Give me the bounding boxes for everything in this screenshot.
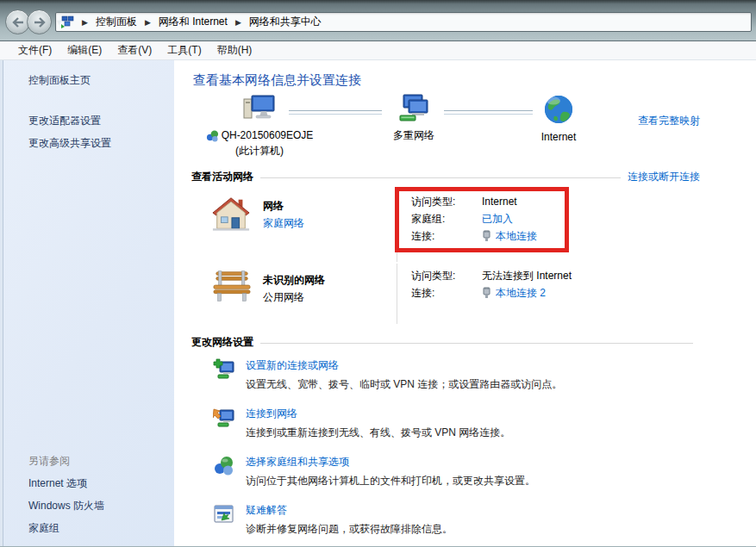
sidebar: 控制面板主页 更改适配器设置 更改高级共享设置 另请参阅 Internet 选项… (3, 60, 174, 546)
map-node-multiple-networks[interactable]: 多重网络 (362, 93, 465, 142)
computer-name: QH-20150609EOJE (222, 129, 314, 142)
home-network-icon[interactable] (211, 195, 251, 233)
see-also-group: 另请参阅 Internet 选项 Windows 防火墙 家庭组 (28, 450, 104, 539)
menu-edit[interactable]: 编辑(E) (59, 43, 109, 58)
sidebar-item-windows-firewall[interactable]: Windows 防火墙 (28, 494, 104, 517)
internet-label: Internet (507, 131, 610, 144)
detail-label: 连接: (411, 227, 482, 245)
internet-globe-icon (542, 93, 575, 126)
address-bar[interactable]: ▶ 控制面板 ▶ 网络和 Internet ▶ 网络和共享中心 (55, 12, 752, 32)
network-details: 访问类型: 无法连接到 Internet 连接: (397, 264, 700, 324)
breadcrumb-arrow: ▶ (229, 18, 247, 27)
breadcrumb-network-sharing-center[interactable]: 网络和共享中心 (247, 14, 323, 30)
public-network-bench-icon[interactable] (211, 269, 253, 303)
breadcrumb-control-panel[interactable]: 控制面板 (94, 14, 139, 30)
task-setup-new-connection: 设置新的连接或网络 设置无线、宽带、拨号、临时或 VPN 连接；或设置路由器或访… (213, 355, 700, 403)
local-connection-2-link[interactable]: 本地连接 2 (496, 284, 546, 301)
network-map: QH-20150609EOJE (此计算机) 多重网络 (191, 93, 700, 169)
see-also-header: 另请参阅 (28, 450, 104, 472)
map-node-this-computer[interactable]: QH-20150609EOJE (此计算机) (195, 93, 324, 158)
back-arrow-icon (12, 17, 24, 28)
computer-sub-label: (此计算机) (195, 145, 324, 158)
network-sharing-center-window: ▶ 控制面板 ▶ 网络和 Internet ▶ 网络和共享中心 ▼ 文件(F) … (0, 0, 756, 547)
home-network-profile-link[interactable]: 家庭网络 (263, 217, 304, 229)
network-details: 访问类型: Internet 家庭组: 已加入 连接: (397, 190, 700, 262)
active-networks-section-header: 查看活动网络 连接或断开连接 (191, 169, 700, 184)
main-panel: 查看基本网络信息并设置连接 (174, 60, 756, 546)
task-description: 设置无线、宽带、拨号、临时或 VPN 连接；或设置路由器或访问点。 (246, 377, 700, 391)
homegroup-mini-icon (206, 129, 219, 142)
task-description: 连接到或重新连接到无线、有线、拨号或 VPN 网络连接。 (246, 426, 700, 439)
sidebar-item-control-panel-home[interactable]: 控制面板主页 (28, 72, 167, 88)
homegroup-joined-link[interactable]: 已加入 (482, 210, 513, 227)
multiple-networks-icon (397, 93, 431, 124)
new-connection-icon (213, 358, 235, 383)
troubleshoot-icon (213, 503, 235, 528)
detail-label: 连接: (411, 284, 482, 301)
multiple-networks-label: 多重网络 (362, 129, 465, 142)
breadcrumb-network-internet[interactable]: 网络和 Internet (157, 14, 229, 30)
detail-label: 访问类型: (411, 267, 482, 284)
task-description: 诊断并修复网络问题，或获得故障排除信息。 (246, 522, 700, 536)
connect-to-network-icon (213, 407, 235, 432)
section-rule (260, 343, 693, 344)
section-rule (260, 177, 621, 178)
change-settings-section-header: 更改网络设置 (191, 334, 700, 350)
access-type-value: Internet (482, 193, 517, 210)
access-type-value: 无法连接到 Internet (482, 267, 572, 284)
menu-view[interactable]: 查看(V) (109, 43, 159, 58)
troubleshoot-link[interactable]: 疑难解答 (246, 503, 287, 517)
network-name: 网络 (263, 198, 397, 214)
sidebar-item-internet-options[interactable]: Internet 选项 (28, 472, 104, 494)
setup-new-connection-link[interactable]: 设置新的连接或网络 (246, 358, 339, 372)
page-title: 查看基本网络信息并设置连接 (193, 72, 700, 90)
task-troubleshoot: 疑难解答 诊断并修复网络问题，或获得故障排除信息。 (213, 500, 700, 547)
connect-to-network-link[interactable]: 连接到网络 (246, 407, 297, 420)
sidebar-item-homegroup[interactable]: 家庭组 (28, 517, 104, 539)
public-network-profile: 公用网络 (263, 288, 397, 307)
task-description: 访问位于其他网络计算机上的文件和打印机，或更改共享设置。 (246, 474, 700, 488)
recent-pages-dropdown-icon[interactable]: ▼ (55, 18, 63, 27)
settings-task-list: 设置新的连接或网络 设置无线、宽带、拨号、临时或 VPN 连接；或设置路由器或访… (213, 355, 700, 547)
homegroup-spheres-icon (213, 455, 235, 480)
task-connect-to-network: 连接到网络 连接到或重新连接到无线、有线、拨号或 VPN 网络连接。 (213, 403, 700, 451)
menu-tools[interactable]: 工具(T) (159, 43, 209, 58)
title-navigation-bar: ▶ 控制面板 ▶ 网络和 Internet ▶ 网络和共享中心 ▼ (0, 0, 756, 40)
sidebar-item-change-adapter-settings[interactable]: 更改适配器设置 (28, 113, 167, 128)
menu-help[interactable]: 帮助(H) (209, 43, 260, 58)
network-name: 未识别的网络 (263, 272, 397, 288)
forward-arrow-icon (34, 17, 46, 28)
change-settings-title: 更改网络设置 (191, 335, 253, 350)
local-connection-link[interactable]: 本地连接 (496, 227, 537, 245)
ethernet-plug-icon (482, 287, 491, 299)
homegroup-sharing-options-link[interactable]: 选择家庭组和共享选项 (246, 455, 349, 469)
task-homegroup-sharing-options: 选择家庭组和共享选项 访问位于其他网络计算机上的文件和打印机，或更改共享设置。 (213, 451, 700, 500)
connect-disconnect-link[interactable]: 连接或断开连接 (628, 170, 700, 184)
view-full-map-link[interactable]: 查看完整映射 (638, 114, 700, 128)
menu-bar: 文件(F) 编辑(E) 查看(V) 工具(T) 帮助(H) (0, 40, 756, 60)
active-networks-title: 查看活动网络 (191, 170, 253, 184)
sidebar-item-change-advanced-sharing[interactable]: 更改高级共享设置 (28, 135, 167, 151)
menu-file[interactable]: 文件(F) (10, 43, 59, 58)
breadcrumb-arrow: ▶ (139, 18, 157, 27)
detail-label: 访问类型: (411, 193, 482, 210)
computer-icon (242, 93, 277, 124)
active-network-row-unidentified: 未识别的网络 公用网络 访问类型: 无法连接到 Internet 连接: (211, 264, 700, 324)
breadcrumb-arrow: ▶ (76, 18, 94, 27)
map-node-internet[interactable]: Internet (507, 93, 610, 144)
active-network-row-home: 网络 家庭网络 访问类型: Internet 家庭组: 已加入 连接: (211, 190, 700, 262)
forward-button[interactable] (27, 9, 52, 34)
detail-label: 家庭组: (411, 210, 482, 227)
ethernet-plug-icon (482, 230, 491, 242)
